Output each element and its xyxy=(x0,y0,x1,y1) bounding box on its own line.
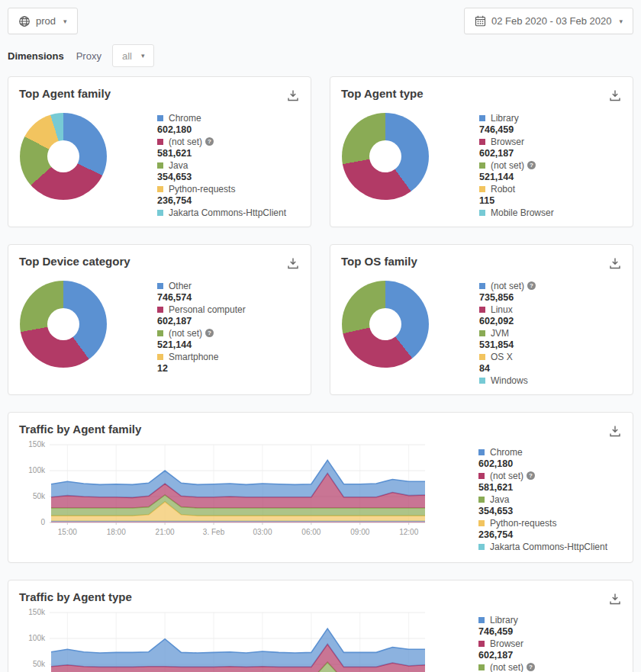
legend-item[interactable]: (not set)? xyxy=(478,661,635,672)
legend-item[interactable]: Browser xyxy=(478,638,635,650)
legend-item[interactable]: Python-requests xyxy=(157,183,308,195)
download-icon[interactable] xyxy=(286,256,300,270)
globe-icon xyxy=(18,15,31,27)
legend-swatch xyxy=(478,497,485,503)
download-icon[interactable] xyxy=(608,88,622,102)
chevron-down-icon: ▾ xyxy=(619,18,623,25)
legend-label: OS X xyxy=(491,352,513,362)
legend-item[interactable]: Python-requests xyxy=(478,517,635,529)
legend-value: 602,092 xyxy=(479,316,630,328)
dashboard-grid: Top Agent family Chrome602,180(not set)?… xyxy=(8,76,633,672)
legend-value: 746,459 xyxy=(479,124,630,137)
legend-item[interactable]: (not set)? xyxy=(479,280,630,292)
legend-item[interactable]: Mobile Browser xyxy=(479,207,630,219)
help-icon[interactable]: ? xyxy=(527,281,536,290)
legend-swatch xyxy=(157,283,163,289)
legend-label: Library xyxy=(490,615,518,625)
legend-label: Python-requests xyxy=(169,184,235,195)
legend-swatch xyxy=(479,162,485,169)
legend-label: (not set) xyxy=(491,281,524,291)
legend-value: 735,856 xyxy=(479,292,630,304)
legend-item[interactable]: JVM xyxy=(479,327,630,339)
date-range-selector[interactable]: 02 Feb 2020 - 03 Feb 2020 ▾ xyxy=(464,8,633,34)
legend-value: 521,144 xyxy=(479,172,630,184)
svg-text:12:00: 12:00 xyxy=(399,528,418,536)
legend-swatch xyxy=(157,307,163,313)
legend-item[interactable]: Chrome xyxy=(157,112,308,124)
legend-value: 581,621 xyxy=(478,482,635,494)
legend-item[interactable]: Java xyxy=(478,494,635,506)
legend-swatch xyxy=(157,330,163,336)
legend-item[interactable]: Browser xyxy=(479,136,630,148)
legend-device-category: Other746,574Personal computer602,187(not… xyxy=(157,280,308,375)
help-icon[interactable]: ? xyxy=(205,329,214,337)
svg-text:150k: 150k xyxy=(28,608,46,616)
legend-item[interactable]: (not set)? xyxy=(157,136,308,148)
donut-chart-os-family[interactable] xyxy=(342,281,429,368)
legend-item[interactable]: Chrome xyxy=(478,446,635,458)
legend-label: JVM xyxy=(491,328,509,339)
card-title: Top OS family xyxy=(341,255,417,268)
area-chart-svg: 050k100k150k15:0018:0021:003. Feb03:0006… xyxy=(19,608,446,672)
help-icon[interactable]: ? xyxy=(205,137,214,146)
legend-item[interactable]: Jakarta Commons-HttpClient xyxy=(478,541,635,553)
legend-swatch xyxy=(478,544,485,550)
donut-hole xyxy=(369,308,401,340)
svg-text:50k: 50k xyxy=(33,492,46,500)
legend-label: Chrome xyxy=(169,113,201,124)
legend-item[interactable]: Library xyxy=(479,112,630,124)
help-icon[interactable]: ? xyxy=(527,161,536,169)
legend-item[interactable]: (not set)? xyxy=(157,327,308,339)
donut-chart-agent-family[interactable] xyxy=(20,113,107,200)
download-icon[interactable] xyxy=(608,592,622,606)
svg-text:15:00: 15:00 xyxy=(58,528,77,536)
card-top-agent-family: Top Agent family Chrome602,180(not set)?… xyxy=(8,76,311,227)
help-icon[interactable]: ? xyxy=(527,663,535,671)
legend-swatch xyxy=(478,520,485,526)
card-traffic-agent-type: Traffic by Agent type 050k100k150k15:001… xyxy=(8,580,633,672)
legend-item[interactable]: Windows xyxy=(479,375,630,387)
download-icon[interactable] xyxy=(608,256,622,270)
donut-chart-device-category[interactable] xyxy=(20,281,107,368)
donut-hole xyxy=(47,308,79,340)
environment-label: prod xyxy=(36,15,56,27)
environment-selector[interactable]: prod ▾ xyxy=(8,8,78,34)
date-range-label: 02 Feb 2020 - 03 Feb 2020 xyxy=(491,15,612,27)
legend-item[interactable]: (not set)? xyxy=(478,470,635,482)
legend-item[interactable]: OS X xyxy=(479,351,630,363)
help-icon[interactable]: ? xyxy=(527,471,535,480)
download-icon[interactable] xyxy=(286,88,300,102)
card-title: Top Device category xyxy=(19,255,130,268)
legend-item[interactable]: Other xyxy=(157,280,308,292)
donut-chart-agent-type[interactable] xyxy=(342,113,429,200)
legend-label: Mobile Browser xyxy=(491,207,554,218)
svg-text:06:00: 06:00 xyxy=(301,528,320,536)
legend-value: 602,187 xyxy=(157,316,308,328)
legend-swatch xyxy=(479,354,485,360)
legend-label: (not set) xyxy=(490,662,523,672)
legend-label: Java xyxy=(490,494,509,505)
legend-os-family: (not set)?735,856Linux602,092JVM531,854O… xyxy=(479,280,630,387)
legend-item[interactable]: Library xyxy=(478,614,635,626)
download-icon[interactable] xyxy=(608,424,622,438)
legend-item[interactable]: Linux xyxy=(479,304,630,316)
legend-item[interactable]: Smartphone xyxy=(157,351,308,363)
dimensions-label: Dimensions xyxy=(8,50,64,62)
legend-item[interactable]: (not set)? xyxy=(479,159,630,172)
card-title: Top Agent family xyxy=(19,87,111,100)
legend-item[interactable]: Personal computer xyxy=(157,304,308,316)
legend-label: Smartphone xyxy=(169,352,218,362)
legend-swatch xyxy=(157,210,163,216)
card-title: Traffic by Agent family xyxy=(19,423,141,436)
legend-item[interactable]: Java xyxy=(157,159,308,172)
area-chart-svg: 050k100k150k15:0018:0021:003. Feb03:0006… xyxy=(19,440,446,542)
legend-item[interactable]: Jakarta Commons-HttpClient xyxy=(157,207,308,219)
area-chart-agent-type: 050k100k150k15:0018:0021:003. Feb03:0006… xyxy=(19,608,446,672)
card-top-agent-type: Top Agent type Library746,459Browser602,… xyxy=(330,76,633,227)
legend-agent-type: Library746,459Browser602,187(not set)?52… xyxy=(479,112,630,219)
legend-item[interactable]: Robot xyxy=(479,183,630,195)
legend-label: Python-requests xyxy=(490,518,556,529)
legend-swatch xyxy=(478,617,485,623)
proxy-select[interactable]: all ▾ xyxy=(112,44,155,67)
legend-label: Java xyxy=(169,160,188,171)
